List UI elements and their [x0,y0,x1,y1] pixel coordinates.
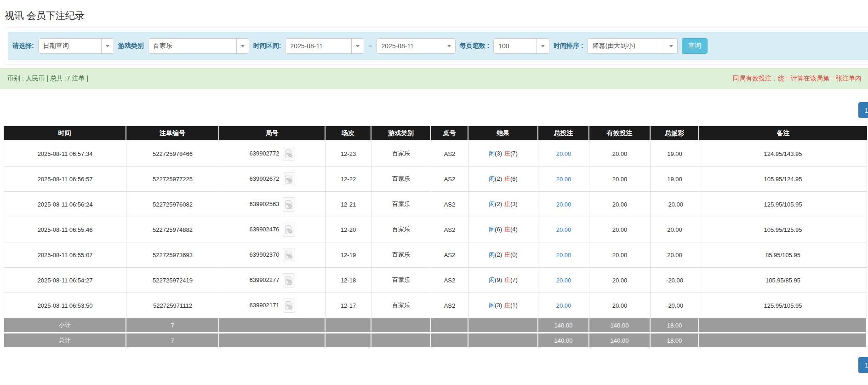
range-separator: ~ [368,42,372,50]
table-row: 2025-08-11 06:56:24 522725976082 6399025… [4,192,867,217]
bet-total-link[interactable]: 20.00 [556,176,571,183]
bet-total-link[interactable]: 20.00 [556,150,571,157]
result-player-label: 闲 [489,175,495,182]
cell-bet-id: 522725974882 [126,217,219,242]
result-banker-label: 庄 [504,276,510,283]
cell-time: 2025-08-11 06:56:57 [4,167,126,192]
cell-time: 2025-08-11 06:55:46 [4,217,126,242]
result-player-points: (3) [495,150,502,157]
page-1-button[interactable]: 1 [858,102,868,118]
date-to-select[interactable]: 2025-08-11 [377,38,456,54]
col-table-no: 桌号 [431,126,468,141]
summary-bar: 币别 : 人民币 | 总共 :7 注单 | 同局有效投注，统一计算在该局第一张注… [0,68,868,89]
cell-remark: 105.95/124.95 [699,167,867,192]
cell-bet-total: 20.00 [538,192,589,217]
cell-valid-bet: 20.00 [589,217,651,242]
cell-payout: -20.00 [651,293,699,318]
video-record-icon[interactable] [283,197,295,212]
result-banker-label: 庄 [504,150,510,157]
result-banker-label: 庄 [504,226,510,233]
round-number: 639902563 [249,200,279,207]
sort-order-select[interactable]: 降冪(由大到小) [588,38,678,54]
date-from-select[interactable]: 2025-08-11 [285,38,364,54]
bet-total-link[interactable]: 20.00 [556,252,571,259]
cell-session: 12-22 [326,167,371,192]
chevron-down-icon [665,39,677,53]
bet-total-link[interactable]: 20.00 [556,302,571,309]
cell-payout: 20.00 [651,217,699,242]
search-button[interactable]: 查询 [682,38,708,54]
game-category-select[interactable]: 百家乐 [148,38,249,54]
cell-valid-bet: 20.00 [589,242,651,268]
cell-session: 12-23 [326,141,371,167]
page-size-label: 每页笔数 : [460,42,490,50]
page-1-button[interactable]: 1 [858,357,868,373]
subtotal-valid-bet: 140.00 [589,318,651,333]
cell-round: 639902171 [219,293,326,318]
cell-payout: 20.00 [651,242,699,268]
cell-game-type: 百家乐 [371,217,431,242]
cell-game-type: 百家乐 [371,268,431,293]
grand-total-row: 总计 7 140.00 140.00 18.00 [4,333,867,349]
chevron-down-icon [443,39,455,53]
video-record-icon[interactable] [283,299,295,313]
result-banker-label: 庄 [504,175,510,182]
result-banker-points: (7) [510,276,518,283]
video-record-icon[interactable] [283,172,295,186]
cell-table-no: AS2 [431,242,468,268]
cell-bet-total: 20.00 [538,293,589,318]
result-player-label: 闲 [489,150,495,157]
sort-order-label: 时间排序 : [554,42,583,50]
currency-total-text: 币别 : 人民币 | 总共 :7 注单 | [7,75,88,83]
result-player-points: (3) [495,302,502,309]
col-game-type: 游戏类别 [371,126,431,141]
result-banker-points: (6) [510,175,518,182]
cell-table-no: AS2 [431,268,468,293]
grand-total-count: 7 [126,333,219,349]
round-number: 639902370 [249,251,279,258]
filter-panel: 请选择: 日期查询 游戏类别 百家乐 时间区间: 2025-08-11 ~ 20… [4,28,868,64]
query-type-select[interactable]: 日期查询 [38,38,114,54]
video-record-icon[interactable] [283,248,295,262]
result-banker-label: 庄 [504,251,510,258]
table-row: 2025-08-11 06:57:34 522725978466 6399027… [4,141,867,167]
subtotal-row: 小计 7 140.00 140.00 18.00 [4,318,867,333]
table-header-row: 时间 注单编号 局号 场次 游戏类别 桌号 结果 总投注 有效投注 总派彩 备注 [4,126,867,141]
cell-remark: 105.95/125.95 [699,217,867,242]
video-record-icon[interactable] [283,223,295,237]
result-player-points: (2) [495,251,502,258]
col-result: 结果 [468,126,538,141]
cell-time: 2025-08-11 06:55:07 [4,242,126,268]
cell-result: 闲(3)庄(1) [468,293,538,318]
sort-order-value: 降冪(由大到小) [588,39,665,53]
cell-result: 闲(9)庄(7) [468,268,538,293]
cell-result: 闲(2)庄(6) [468,167,538,192]
cell-table-no: AS2 [431,192,468,217]
chevron-down-icon [537,39,549,53]
valid-bet-notice: 同局有效投注，统一计算在该局第一张注单内 [733,75,862,83]
subtotal-payout: 18.00 [651,318,699,333]
bet-total-link[interactable]: 20.00 [556,277,571,284]
query-type-value: 日期查询 [39,39,101,53]
table-row: 2025-08-11 06:55:46 522725974882 6399024… [4,217,867,242]
page-size-select[interactable]: 100 [493,38,549,54]
bet-total-link[interactable]: 20.00 [556,226,571,233]
cell-result: 闲(3)庄(7) [468,141,538,167]
query-type-label: 请选择: [12,42,34,50]
video-record-icon[interactable] [283,147,295,161]
bet-total-link[interactable]: 20.00 [556,201,571,208]
col-payout: 总派彩 [651,126,699,141]
grand-total-bet-total: 140.00 [538,333,589,349]
video-record-icon[interactable] [283,273,295,287]
cell-session: 12-17 [326,293,371,318]
cell-payout: -20.00 [651,192,699,217]
table-body: 2025-08-11 06:57:34 522725978466 6399027… [4,141,867,318]
cell-bet-id: 522725978466 [126,141,219,167]
pagination-bottom: 1 [0,349,868,381]
table-row: 2025-08-11 06:53:50 522725971112 6399021… [4,293,867,318]
cell-session: 12-20 [326,217,371,242]
cell-round: 639902772 [219,141,326,167]
cell-bet-id: 522725973693 [126,242,219,268]
result-player-points: (6) [495,226,502,233]
date-to-value: 2025-08-11 [377,39,443,53]
